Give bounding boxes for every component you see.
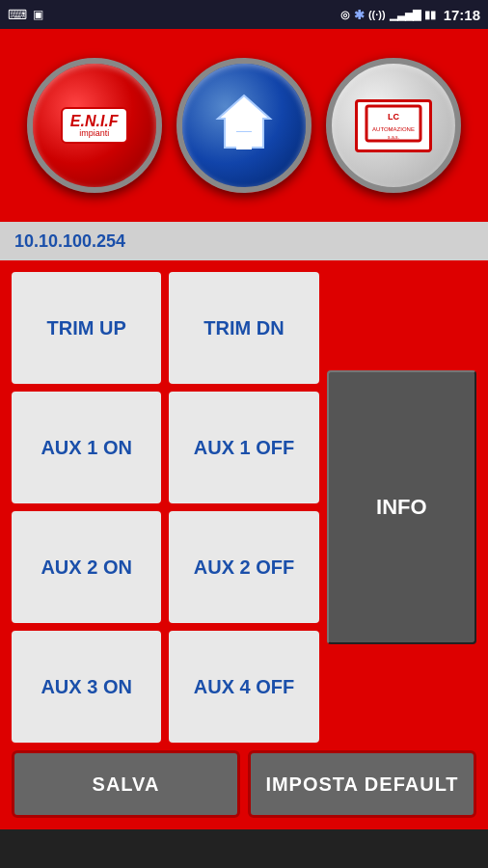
wifi-icon: ((·)) [368, 9, 386, 20]
empty-top-right [327, 272, 476, 363]
signal-icon: ▁▃▅▇ [390, 9, 420, 21]
svg-text:AUTOMAZIONE: AUTOMAZIONE [372, 126, 415, 132]
aux1-on-button[interactable]: AUX 1 ON [12, 392, 161, 503]
status-bar: ⌨ ▣ ◎ ✱ ((·)) ▁▃▅▇ ▮▮ 17:18 [0, 0, 488, 29]
aux2-off-button[interactable]: AUX 2 OFF [169, 511, 318, 623]
aux2-on-button[interactable]: AUX 2 ON [12, 511, 161, 623]
enif-logo-button[interactable]: E.N.I.F impianti [27, 58, 162, 193]
bluetooth-icon: ✱ [354, 8, 365, 22]
image-icon: ▣ [33, 8, 43, 21]
ip-bar: 10.10.100.254 [0, 222, 488, 260]
salva-button[interactable]: SALVA [12, 750, 240, 818]
auto-logo-button[interactable]: LC AUTOMAZIONE s.a.s. [326, 58, 461, 193]
bottom-buttons: SALVA IMPOSTA DEFAULT [12, 750, 476, 818]
keyboard-icon: ⌨ [8, 7, 27, 22]
aux3-on-button[interactable]: AUX 3 ON [12, 631, 161, 743]
time-display: 17:18 [444, 7, 480, 23]
trim-dn-button[interactable]: TRIM DN [169, 272, 318, 384]
imposta-default-button[interactable]: IMPOSTA DEFAULT [248, 750, 476, 818]
ip-address: 10.10.100.254 [14, 231, 125, 252]
home-logo-button[interactable] [176, 58, 312, 193]
home-icon [210, 88, 278, 155]
main-content: TRIM UP AUX 1 ON AUX 2 ON AUX 3 ON TRIM … [0, 260, 488, 829]
trim-up-button[interactable]: TRIM UP [12, 272, 161, 384]
svg-rect-1 [236, 132, 252, 149]
button-grid: TRIM UP AUX 1 ON AUX 2 ON AUX 3 ON TRIM … [12, 272, 476, 743]
aux4-off-button[interactable]: AUX 4 OFF [169, 631, 318, 743]
left-column: TRIM UP AUX 1 ON AUX 2 ON AUX 3 ON [12, 272, 161, 743]
info-button[interactable]: INFO [327, 370, 476, 645]
svg-text:s.a.s.: s.a.s. [388, 134, 399, 140]
auto-logo-svg: LC AUTOMAZIONE s.a.s. [365, 104, 422, 143]
right-column: INFO [327, 272, 476, 743]
status-icons-left: ⌨ ▣ [8, 7, 43, 22]
aux1-off-button[interactable]: AUX 1 OFF [169, 392, 318, 503]
battery-icon: ▮▮ [424, 9, 436, 21]
eye-icon: ◎ [340, 9, 350, 21]
status-icons-right: ◎ ✱ ((·)) ▁▃▅▇ ▮▮ 17:18 [340, 7, 480, 23]
mid-column: TRIM DN AUX 1 OFF AUX 2 OFF AUX 4 OFF [169, 272, 318, 743]
svg-text:LC: LC [388, 112, 399, 122]
auto-logo-inner: LC AUTOMAZIONE s.a.s. [355, 99, 432, 152]
empty-bottom-right [327, 652, 476, 743]
header: E.N.I.F impianti LC AUTOMAZIONE s.a.s. [0, 29, 488, 222]
